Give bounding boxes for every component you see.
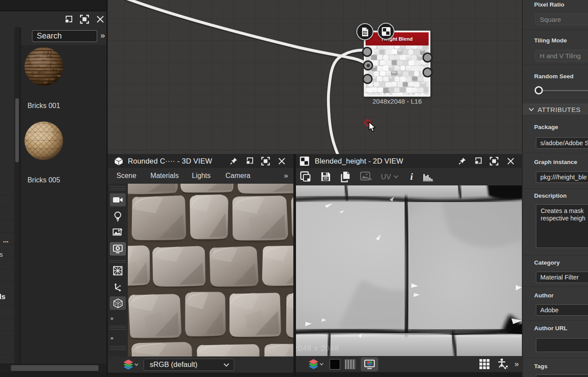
search-input[interactable]: Search bbox=[32, 30, 97, 42]
2d-view-title: Blended_height - 2D VIEW bbox=[315, 157, 403, 165]
2d-view-maximize-icon[interactable] bbox=[489, 157, 499, 166]
document-icon bbox=[360, 27, 370, 37]
menu-overflow-chevron[interactable]: » bbox=[284, 171, 288, 180]
node-input-port-2[interactable] bbox=[363, 60, 373, 70]
author-url-input[interactable] bbox=[536, 338, 588, 352]
tree-row[interactable] bbox=[0, 318, 14, 331]
tree-row[interactable] bbox=[0, 342, 14, 355]
lighting-button[interactable] bbox=[110, 210, 126, 223]
tree-row[interactable] bbox=[0, 195, 14, 208]
tiling-grid-button[interactable] bbox=[479, 359, 490, 370]
3d-view-float-icon[interactable] bbox=[245, 157, 254, 165]
height-blend-node[interactable]: Height Blend bbox=[364, 31, 430, 97]
graph-editor[interactable]: Height Blend 2048x2048 - L16 bbox=[108, 0, 522, 154]
copy-button[interactable] bbox=[340, 171, 351, 182]
3d-view-close-icon[interactable] bbox=[278, 157, 286, 165]
image-transform-button-disabled[interactable] bbox=[360, 171, 372, 182]
toolbar-grip[interactable] bbox=[109, 185, 126, 192]
library-item-bricks-005[interactable]: Bricks 005 bbox=[24, 121, 105, 184]
3d-view-maximize-icon[interactable] bbox=[261, 157, 270, 166]
geometry-button[interactable] bbox=[110, 264, 126, 277]
node-input-port-3[interactable] bbox=[363, 74, 373, 84]
histogram-button[interactable] bbox=[422, 171, 433, 182]
menu-materials[interactable]: Materials bbox=[150, 172, 179, 180]
pattern-swatch[interactable] bbox=[345, 359, 356, 370]
2d-viewport[interactable]: 2048 x 2048 bbox=[296, 185, 522, 356]
library-horizontal-scrollbar-thumb[interactable] bbox=[11, 365, 99, 371]
layers-chevron-icon[interactable] bbox=[134, 363, 138, 366]
tree-row[interactable] bbox=[0, 269, 14, 282]
toolbar-overflow-top[interactable]: » bbox=[110, 315, 113, 321]
menu-lights[interactable]: Lights bbox=[192, 172, 211, 180]
library-item-bricks-001[interactable]: Bricks 001 bbox=[24, 47, 105, 110]
tiling-mode-select[interactable]: H and V Tiling bbox=[535, 50, 588, 62]
attributes-section-header[interactable]: ATTRIBUTES bbox=[523, 104, 588, 115]
save-button[interactable] bbox=[320, 171, 331, 182]
node-output-port-1[interactable] bbox=[423, 52, 433, 63]
node-output-port-2[interactable] bbox=[423, 67, 433, 77]
toolbar-grip[interactable] bbox=[109, 345, 126, 351]
background-color-swatch[interactable] bbox=[330, 359, 340, 370]
pixel-ratio-value: Square bbox=[540, 16, 561, 23]
color-display-toggle[interactable] bbox=[361, 357, 378, 371]
author-input[interactable]: Adobe bbox=[536, 304, 588, 316]
environment-button[interactable] bbox=[110, 226, 126, 239]
colorspace-dropdown[interactable]: sRGB (default) bbox=[144, 359, 234, 371]
random-seed-slider-track[interactable] bbox=[539, 90, 588, 91]
toolbar-grip[interactable] bbox=[109, 259, 126, 264]
uv-mode-dropdown-disabled[interactable]: UV bbox=[381, 173, 398, 181]
display-settings-button[interactable] bbox=[110, 242, 126, 255]
tags-input[interactable] bbox=[536, 374, 588, 377]
pin-icon[interactable] bbox=[230, 157, 238, 165]
camera-display-button[interactable] bbox=[110, 193, 126, 206]
menu-camera[interactable]: Camera bbox=[225, 172, 250, 180]
search-more-button[interactable]: » bbox=[98, 29, 107, 42]
package-input[interactable]: s/adobe/Adobe Su bbox=[536, 137, 588, 149]
tree-row[interactable] bbox=[0, 208, 14, 220]
scale-reference-button[interactable] bbox=[497, 358, 508, 370]
grip-line bbox=[109, 329, 126, 330]
tree-row[interactable] bbox=[0, 281, 14, 294]
graph-instance-input[interactable]: pkg:///height_ble bbox=[536, 171, 588, 183]
category-input[interactable]: Material Filter bbox=[536, 272, 588, 283]
tree-row[interactable] bbox=[0, 220, 14, 233]
tree-item-label-truncated[interactable]: ls bbox=[0, 293, 5, 301]
transform-gizmo-button[interactable] bbox=[110, 281, 126, 294]
tree-row[interactable] bbox=[0, 306, 14, 318]
layers-stack-icon[interactable] bbox=[308, 359, 319, 370]
toolbar-grip[interactable] bbox=[109, 325, 126, 331]
description-textarea[interactable]: Creates a mask respective heigh bbox=[536, 204, 588, 248]
tree-row[interactable] bbox=[0, 183, 14, 195]
tree-vertical-scrollbar-thumb[interactable] bbox=[15, 98, 19, 162]
library-close-icon[interactable] bbox=[96, 15, 105, 24]
2d-view-float-icon[interactable] bbox=[474, 157, 482, 165]
random-seed-slider-knob[interactable] bbox=[535, 86, 543, 94]
2d-view-close-icon[interactable] bbox=[507, 157, 515, 165]
node-usage-badge[interactable] bbox=[377, 23, 394, 40]
tree-row[interactable] bbox=[0, 257, 14, 269]
layers-chevron-icon[interactable] bbox=[320, 363, 324, 366]
3d-viewport[interactable] bbox=[128, 184, 293, 356]
tree-vertical-scrollbar[interactable] bbox=[14, 27, 19, 363]
library-maximize-icon[interactable] bbox=[80, 14, 89, 24]
2d-view-titlebar[interactable]: Blended_height - 2D VIEW bbox=[296, 154, 522, 168]
information-button[interactable]: i bbox=[410, 171, 413, 182]
bottom-bar-overflow[interactable]: » bbox=[514, 360, 519, 369]
pin-icon[interactable] bbox=[458, 157, 466, 165]
node-properties-badge[interactable] bbox=[356, 23, 373, 40]
layers-stack-icon[interactable] bbox=[123, 359, 134, 370]
toolbar-overflow-bottom[interactable]: » bbox=[110, 335, 113, 341]
random-rotation-button[interactable] bbox=[110, 297, 126, 310]
new-view-button[interactable] bbox=[300, 171, 311, 182]
tree-item-label-truncated[interactable]: s bbox=[0, 251, 3, 258]
library-float-icon[interactable] bbox=[64, 15, 73, 24]
tree-item-label-truncated[interactable]: ... bbox=[3, 236, 9, 244]
3d-view-panel: Rounded C···· - 3D VIEW Scene Materials … bbox=[108, 154, 293, 377]
tree-row[interactable] bbox=[0, 330, 14, 343]
menu-scene[interactable]: Scene bbox=[116, 172, 136, 180]
node-input-port-1[interactable] bbox=[362, 47, 372, 57]
3d-view-titlebar[interactable]: Rounded C···· - 3D VIEW bbox=[108, 154, 293, 168]
material-sphere-thumbnail[interactable] bbox=[24, 121, 63, 161]
pixel-ratio-select[interactable]: Square bbox=[535, 14, 588, 25]
material-sphere-thumbnail[interactable] bbox=[24, 47, 63, 86]
